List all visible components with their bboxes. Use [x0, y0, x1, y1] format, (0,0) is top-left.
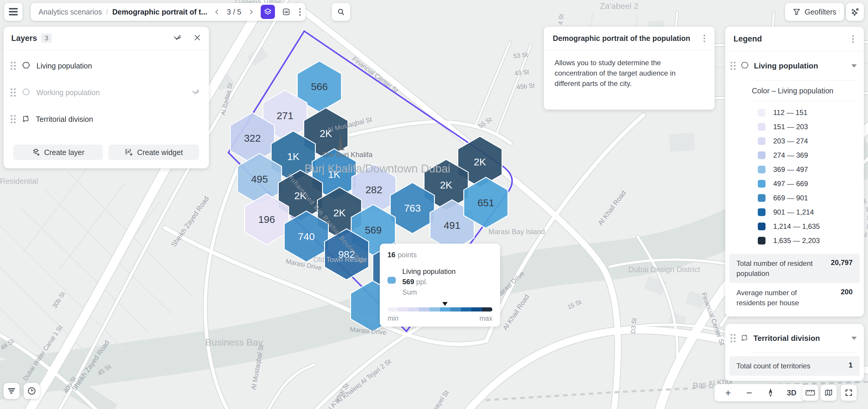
legend-range-row[interactable]: 1,214 — 1,635 — [758, 219, 864, 234]
map-filter-button[interactable] — [4, 383, 20, 399]
legend-range-row[interactable]: 274 — 369 — [758, 148, 864, 163]
range-color-swatch — [758, 237, 766, 244]
compass-button[interactable] — [763, 388, 778, 397]
tooltip-scale-marker — [442, 302, 447, 306]
hexagon-value-label: 271 — [277, 110, 293, 121]
compass-needle-icon — [767, 388, 774, 397]
stat-row: Average number of residents per house200 — [730, 283, 860, 312]
hexagon-value-label: 491 — [444, 220, 461, 231]
range-label: 669 — 901 — [773, 194, 808, 202]
chevron-down-icon[interactable] — [851, 337, 857, 340]
hide-all-layers-button[interactable] — [173, 33, 182, 43]
layer-row[interactable]: Working population — [4, 79, 209, 106]
range-label: 151 — 203 — [773, 123, 808, 131]
map-label: Marasi Bay Island — [489, 228, 545, 236]
hexagon-icon — [740, 61, 749, 71]
close-panel-button[interactable] — [193, 34, 201, 43]
legend-layer-living[interactable]: Living population — [725, 51, 864, 80]
ruler-icon — [805, 390, 815, 396]
map-label: Burj Khalifa/Downtown Dubai — [305, 163, 450, 175]
range-label: 203 — 274 — [773, 137, 808, 145]
range-color-swatch — [758, 208, 766, 216]
map-label: D3 St — [629, 318, 638, 334]
legend-range-row[interactable]: 112 — 151 — [758, 106, 864, 120]
main-menu-button[interactable] — [4, 3, 23, 21]
legend-more-button[interactable] — [850, 33, 856, 45]
toggle-3d-button[interactable]: 3D — [783, 389, 800, 397]
hexagon-icon — [22, 61, 31, 71]
legend-range-row[interactable]: 669 — 901 — [758, 191, 864, 205]
close-icon — [193, 34, 201, 41]
info-card-more-button[interactable] — [702, 33, 707, 44]
visibility-off-icon[interactable] — [192, 88, 200, 97]
hexagon-value-label: 763 — [404, 202, 421, 214]
legend-range-row[interactable]: 369 — 497 — [758, 163, 864, 177]
legend-layer-territorial[interactable]: Territorial division — [725, 324, 864, 352]
search-button[interactable] — [332, 3, 350, 21]
stat-value: 200 — [841, 288, 852, 308]
legend-range-row[interactable]: 151 — 203 — [758, 120, 864, 134]
sparkle-icon — [850, 7, 860, 16]
drag-handle-icon[interactable] — [11, 88, 16, 97]
range-label: 369 — 497 — [773, 165, 808, 174]
stat-row: Total count of territories1 — [730, 356, 860, 376]
layers-toggle-button[interactable] — [261, 5, 275, 19]
map-icon — [824, 388, 833, 397]
tooltip-points-count: 16points — [388, 251, 492, 259]
next-page-button[interactable] — [246, 5, 256, 19]
create-widget-label: Create widget — [137, 148, 183, 157]
legend-range-row[interactable]: 497 — 669 — [758, 177, 864, 191]
layer-row[interactable]: Territorial division — [4, 106, 209, 133]
legend-range-row[interactable]: 203 — 274 — [758, 134, 864, 148]
drag-handle-icon[interactable] — [11, 115, 16, 123]
layer-row[interactable]: Living population — [4, 53, 209, 79]
fullscreen-button[interactable] — [841, 385, 857, 401]
fullscreen-icon — [845, 388, 853, 397]
toolbar-more-button[interactable] — [298, 6, 303, 18]
tooltip-aggregation: Sum — [402, 287, 456, 297]
time-machine-button[interactable] — [24, 383, 40, 399]
zoom-in-button[interactable]: + — [720, 388, 736, 398]
clock-icon — [27, 386, 36, 396]
create-widget-button[interactable]: Create widget — [108, 145, 199, 160]
geofilters-button[interactable]: Geofilters — [785, 3, 844, 21]
create-layer-icon — [32, 148, 40, 156]
drag-handle-icon[interactable] — [731, 62, 736, 70]
drag-handle-icon[interactable] — [731, 334, 736, 342]
map-label: Dubai Design District — [628, 265, 701, 274]
polygon-icon — [740, 333, 749, 343]
stat-value: 20,797 — [831, 258, 852, 278]
legend-range-row[interactable]: 901 — 1,214 — [758, 205, 864, 219]
ai-assistant-button[interactable] — [846, 3, 864, 21]
hexagon-value-label: 196 — [258, 214, 275, 225]
chevron-right-icon — [248, 8, 254, 15]
zoom-out-button[interactable]: − — [741, 388, 757, 398]
stat-value: 1 — [849, 361, 852, 371]
legend-range-list: 112 — 151151 — 203203 — 274274 — 369369 … — [725, 101, 864, 254]
drag-handle-icon[interactable] — [11, 62, 16, 70]
tooltip-layer-swatch — [388, 277, 396, 284]
search-icon — [337, 8, 345, 16]
layer-label: Territorial division — [36, 115, 200, 124]
widgets-button[interactable] — [279, 5, 293, 19]
legend-layer-label: Territorial division — [753, 334, 847, 343]
filter-lines-icon — [8, 388, 16, 394]
prev-page-button[interactable] — [212, 5, 222, 19]
layers-panel: Layers 3 Living population Working popul… — [4, 27, 209, 168]
breadcrumb-root[interactable]: Analytics scenarios — [38, 8, 102, 16]
basemap-button[interactable] — [820, 385, 837, 401]
create-widget-icon — [125, 148, 133, 156]
funnel-icon — [793, 8, 801, 16]
breadcrumb-separator: / — [106, 8, 108, 16]
range-color-swatch — [758, 194, 766, 202]
hexagon-value-label: 282 — [366, 184, 382, 195]
create-layer-button[interactable]: Create layer — [13, 145, 103, 160]
bar-chart-icon — [282, 8, 290, 16]
legend-range-row[interactable]: 1,635 — 2,203 — [758, 234, 864, 248]
measure-button[interactable] — [802, 385, 818, 401]
scenario-title: Demographic portrait of t... — [112, 8, 207, 16]
range-label: 497 — 669 — [773, 180, 808, 188]
tooltip-layer-name: Living population — [402, 266, 456, 276]
range-label: 901 — 1,214 — [773, 208, 814, 216]
chevron-down-icon[interactable] — [851, 64, 857, 67]
